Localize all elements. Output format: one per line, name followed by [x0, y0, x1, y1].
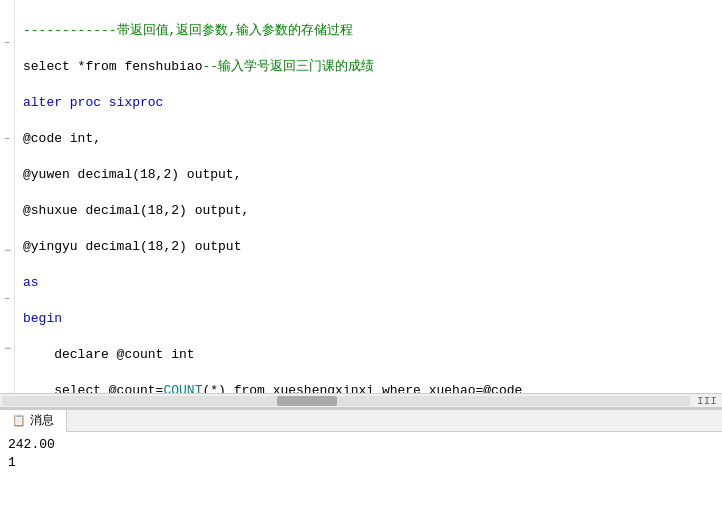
h-scrollbar-thumb[interactable]: [277, 396, 337, 406]
line-num-5: [0, 69, 14, 85]
bottom-tab-bar: 📋 消息: [0, 410, 722, 432]
line-num-4: [0, 53, 14, 69]
code-scroll[interactable]: − − − − −: [0, 0, 722, 393]
code-line-2: select *from fenshubiao--输入学号返回三门课的成绩: [23, 58, 714, 76]
line-num-22: −: [0, 340, 14, 358]
main-container: − − − − −: [0, 0, 722, 508]
line-num-24: [0, 374, 14, 390]
code-area: − − − − −: [0, 0, 722, 408]
message-line-2: 1: [8, 454, 714, 472]
messages-tab-label: 消息: [30, 410, 54, 432]
line-num-18: [0, 275, 14, 291]
bottom-panel: 📋 消息 242.00 1: [0, 408, 722, 508]
line-num-14: [0, 211, 14, 227]
line-num-20: [0, 309, 14, 325]
line-num-11: [0, 164, 14, 180]
fold-marker-3[interactable]: −: [0, 35, 14, 53]
line-num-8: [0, 115, 14, 131]
messages-tab[interactable]: 📋 消息: [0, 410, 67, 432]
code-line-4: @code int,: [23, 130, 714, 148]
code-line-10: declare @count int: [23, 346, 714, 364]
messages-content: 242.00 1: [0, 432, 722, 508]
line-num-1: [0, 4, 14, 20]
line-num-7: [0, 100, 14, 116]
line-num-10: [0, 149, 14, 165]
code-line-9: begin: [23, 310, 714, 328]
line-num-6: [0, 84, 14, 100]
line-num-17: [0, 260, 14, 276]
line-num-16: −: [0, 242, 14, 260]
messages-icon: 📋: [12, 410, 26, 432]
line-num-12: [0, 180, 14, 196]
line-numbers: − − − − −: [0, 0, 15, 393]
code-line-6: @shuxue decimal(18,2) output,: [23, 202, 714, 220]
h-scrollbar-track[interactable]: [2, 396, 690, 406]
code-line-11: select @count=COUNT(*) from xueshengxinx…: [23, 382, 714, 393]
message-line-1: 242.00: [8, 436, 714, 454]
line-num-2: [0, 20, 14, 36]
code-line-8: as: [23, 274, 714, 292]
code-line-7: @yingyu decimal(18,2) output: [23, 238, 714, 256]
fold-marker-19[interactable]: −: [0, 291, 14, 309]
horizontal-scrollbar[interactable]: III: [0, 393, 722, 407]
code-line-3: alter proc sixproc: [23, 94, 714, 112]
line-num-15: [0, 226, 14, 242]
code-line-1: ------------带返回值,返回参数,输入参数的存储过程: [23, 22, 714, 40]
line-num-23: [0, 358, 14, 374]
line-num-13: [0, 195, 14, 211]
code-line-5: @yuwen decimal(18,2) output,: [23, 166, 714, 184]
scrollbar-label: III: [692, 395, 722, 407]
line-num-21: [0, 325, 14, 341]
code-editor[interactable]: ------------带返回值,返回参数,输入参数的存储过程 select *…: [15, 0, 722, 393]
fold-marker-9[interactable]: −: [0, 131, 14, 149]
